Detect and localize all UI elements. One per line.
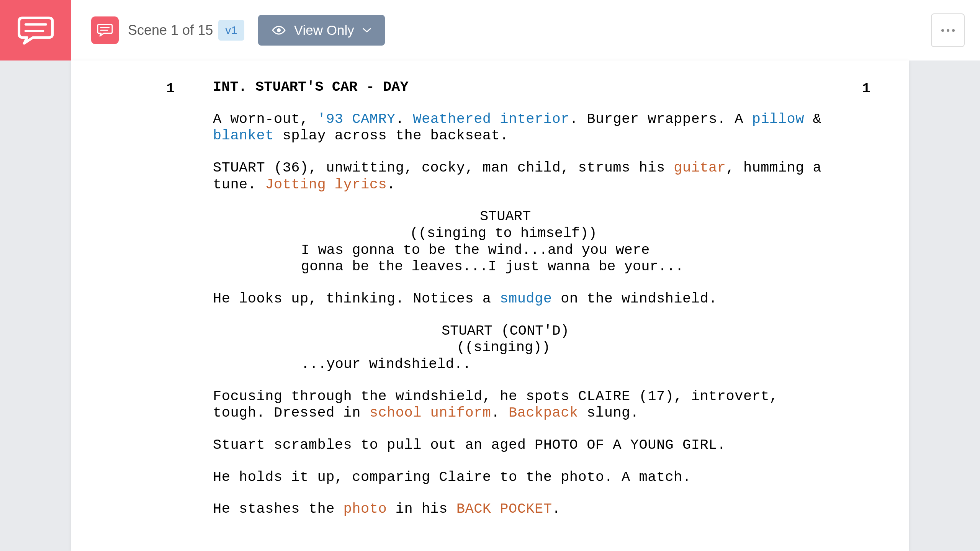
tagged-prop[interactable]: blanket <box>213 128 274 144</box>
view-mode-label: View Only <box>294 23 354 38</box>
svg-point-4 <box>277 28 281 32</box>
view-mode-button[interactable]: View Only <box>258 15 385 46</box>
action-line: He stashes the photo in his BACK POCKET. <box>213 501 832 518</box>
version-badge[interactable]: v1 <box>218 20 244 41</box>
scene-heading: INT. STUART'S CAR - DAY <box>213 79 870 96</box>
tagged-prop[interactable]: Weathered interior <box>413 111 569 127</box>
scene-counter-label: Scene 1 of 15 <box>128 22 213 38</box>
action-line: Stuart scrambles to pull out an aged PHO… <box>213 437 832 454</box>
character-cue: STUART (CONT'D) <box>140 323 870 340</box>
script-content: 1 1 INT. STUART'S CAR - DAY A worn-out, … <box>71 60 909 551</box>
chat-bubble-icon <box>18 15 54 46</box>
action-line: STUART (36), unwitting, cocky, man child… <box>213 160 832 193</box>
dialogue-text: I was gonna to be the wind...and you wer… <box>301 242 687 275</box>
tagged-prop[interactable]: Backpack <box>509 405 578 421</box>
dialogue-text: ...your windshield.. <box>301 356 687 373</box>
character-cue: STUART <box>140 208 870 225</box>
tagged-prop[interactable]: photo <box>344 501 387 517</box>
parenthetical: ((singing to himself)) <box>136 225 870 242</box>
parenthetical: ((singing)) <box>136 339 870 356</box>
script-page: 1 1 INT. STUART'S CAR - DAY A worn-out, … <box>71 60 909 551</box>
chat-icon <box>97 23 113 37</box>
scene-number-right: 1 <box>862 80 870 97</box>
scene-number-left: 1 <box>166 80 175 97</box>
chat-toolbar-button[interactable] <box>91 16 119 44</box>
tagged-prop[interactable]: '93 CAMRY <box>317 111 395 127</box>
tagged-prop[interactable]: smudge <box>500 291 552 307</box>
eye-icon <box>272 25 286 35</box>
action-line: He looks up, thinking. Notices a smudge … <box>213 291 832 307</box>
action-line: He holds it up, comparing Claire to the … <box>213 469 832 486</box>
tagged-prop[interactable]: school uniform <box>370 405 491 421</box>
action-line: A worn-out, '93 CAMRY. Weathered interio… <box>213 111 832 144</box>
app-logo[interactable] <box>0 0 71 60</box>
tagged-prop[interactable]: guitar <box>674 160 726 176</box>
tagged-prop[interactable]: Jotting lyrics <box>265 177 387 193</box>
action-line: Focusing through the windshield, he spot… <box>213 388 832 422</box>
chevron-down-icon <box>363 28 371 33</box>
more-dots-icon <box>941 29 955 32</box>
more-options-button[interactable] <box>931 13 965 47</box>
tagged-prop[interactable]: BACK POCKET <box>456 501 552 517</box>
toolbar: Scene 1 of 15 v1 View Only <box>71 0 980 60</box>
tagged-prop[interactable]: pillow <box>752 111 804 127</box>
